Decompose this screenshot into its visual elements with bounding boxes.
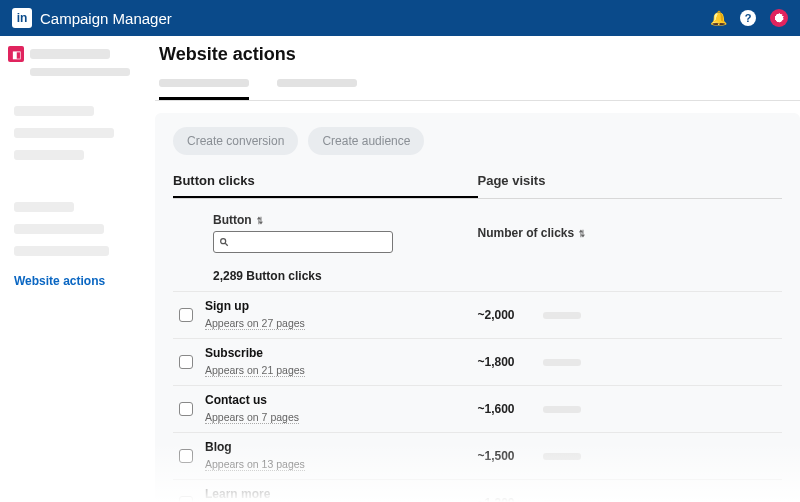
sidebar-item-placeholder[interactable] xyxy=(14,106,94,116)
row-bar-placeholder xyxy=(543,359,581,366)
svg-line-1 xyxy=(225,243,228,246)
create-audience-button[interactable]: Create audience xyxy=(308,127,424,155)
inner-tabs: Button clicks Page visits xyxy=(173,173,782,199)
app-title: Campaign Manager xyxy=(40,10,172,27)
row-clicks: ~1,800 xyxy=(478,355,533,369)
tab-label-placeholder xyxy=(159,79,249,87)
sidebar-item-website-actions[interactable]: Website actions xyxy=(8,268,137,294)
row-checkbox[interactable] xyxy=(179,308,193,322)
top-tabs xyxy=(155,79,800,101)
table-row: Sign up Appears on 27 pages ~2,000 xyxy=(173,291,782,338)
sidebar-item-placeholder[interactable] xyxy=(14,246,109,256)
row-checkbox[interactable] xyxy=(179,449,193,463)
sort-icon xyxy=(256,213,264,227)
row-clicks: ~2,000 xyxy=(478,308,533,322)
org-subtitle-placeholder xyxy=(30,68,130,76)
table-row: Subscribe Appears on 21 pages ~1,800 xyxy=(173,338,782,385)
create-conversion-button[interactable]: Create conversion xyxy=(173,127,298,155)
row-clicks: ~1,600 xyxy=(478,402,533,416)
row-checkbox[interactable] xyxy=(179,496,193,502)
sidebar-item-placeholder[interactable] xyxy=(14,150,84,160)
row-button-name[interactable]: Learn more xyxy=(205,487,478,501)
org-switcher[interactable]: ◧ xyxy=(8,46,137,62)
sidebar: ◧ Website actions xyxy=(0,36,145,502)
table-row: Blog Appears on 13 pages ~1,500 xyxy=(173,432,782,479)
row-checkbox[interactable] xyxy=(179,355,193,369)
row-button-name[interactable]: Subscribe xyxy=(205,346,478,360)
column-headers: Button Number of clicks xyxy=(173,213,782,253)
app-header: in Campaign Manager ? xyxy=(0,0,800,36)
svg-point-0 xyxy=(221,239,226,244)
row-clicks: ~1,200 xyxy=(478,496,533,502)
row-bar-placeholder xyxy=(543,453,581,460)
row-checkbox[interactable] xyxy=(179,402,193,416)
org-logo-icon: ◧ xyxy=(8,46,24,62)
table-row: Contact us Appears on 7 pages ~1,600 xyxy=(173,385,782,432)
main-panel: Website actions Create conversion Create… xyxy=(145,36,800,502)
button-clicks-table: Sign up Appears on 27 pages ~2,000 Subsc… xyxy=(173,291,782,502)
row-button-sub[interactable]: Appears on 27 pages xyxy=(205,317,305,330)
search-icon xyxy=(219,237,229,247)
column-clicks-label: Number of clicks xyxy=(478,226,575,240)
column-button-label: Button xyxy=(213,213,252,227)
page-title: Website actions xyxy=(159,44,800,65)
tab-page-visits[interactable]: Page visits xyxy=(478,173,783,198)
org-name-placeholder xyxy=(30,49,110,59)
action-buttons: Create conversion Create audience xyxy=(173,127,782,155)
tab-button-clicks[interactable]: Button clicks xyxy=(173,173,478,198)
table-row: Learn more Appears on 4 pages ~1,200 xyxy=(173,479,782,502)
notifications-icon[interactable] xyxy=(710,10,726,26)
top-tab-1[interactable] xyxy=(159,79,249,100)
row-button-name[interactable]: Blog xyxy=(205,440,478,454)
row-button-sub[interactable]: Appears on 13 pages xyxy=(205,458,305,471)
content-panel: Create conversion Create audience Button… xyxy=(155,113,800,502)
column-clicks[interactable]: Number of clicks xyxy=(478,213,783,253)
row-bar-placeholder xyxy=(543,312,581,319)
row-clicks: ~1,500 xyxy=(478,449,533,463)
tab-label-placeholder xyxy=(277,79,357,87)
button-search-input[interactable] xyxy=(213,231,393,253)
row-button-name[interactable]: Contact us xyxy=(205,393,478,407)
settings-icon[interactable] xyxy=(770,9,788,27)
header-left: in Campaign Manager xyxy=(12,8,172,28)
row-button-sub[interactable]: Appears on 21 pages xyxy=(205,364,305,377)
sidebar-item-placeholder[interactable] xyxy=(14,128,114,138)
row-button-sub[interactable]: Appears on 7 pages xyxy=(205,411,299,424)
sidebar-item-placeholder[interactable] xyxy=(14,224,104,234)
row-button-name[interactable]: Sign up xyxy=(205,299,478,313)
help-icon[interactable]: ? xyxy=(740,10,756,26)
totals-label: 2,289 Button clicks xyxy=(213,269,782,283)
linkedin-logo-icon[interactable]: in xyxy=(12,8,32,28)
sidebar-item-placeholder[interactable] xyxy=(14,202,74,212)
header-right: ? xyxy=(710,9,788,27)
top-tab-2[interactable] xyxy=(277,79,357,100)
row-bar-placeholder xyxy=(543,406,581,413)
column-button[interactable]: Button xyxy=(213,213,478,227)
sort-icon xyxy=(578,226,586,240)
